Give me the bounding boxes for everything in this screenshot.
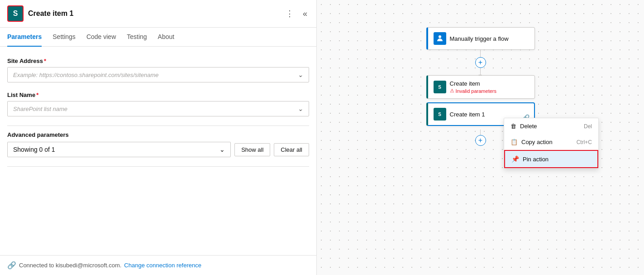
create-item-content: Create item ⚠ Invalid parameters <box>450 80 529 94</box>
add-step-button-1[interactable]: + <box>475 57 486 68</box>
tab-settings[interactable]: Settings <box>52 28 76 47</box>
add-step-button-2[interactable]: + <box>475 135 486 146</box>
site-address-label: Site Address * <box>7 58 309 64</box>
connection-text: Connected to kisubedi@microsoft.com. <box>19 262 121 269</box>
list-name-placeholder: SharePoint list name <box>13 106 67 112</box>
advanced-count-dropdown[interactable]: Showing 0 of 1 ⌄ <box>7 142 231 157</box>
line-3 <box>480 130 481 135</box>
advanced-row: Showing 0 of 1 ⌄ Show all Clear all <box>7 142 309 157</box>
trigger-content: Manually trigger a flow <box>450 35 529 42</box>
divider-2 <box>7 166 309 167</box>
advanced-parameters: Advanced parameters Showing 0 of 1 ⌄ Sho… <box>7 131 309 157</box>
tab-codeview[interactable]: Code view <box>86 28 116 47</box>
flow-canvas: Manually trigger a flow + S Create item … <box>317 0 644 275</box>
left-panel: S Create item 1 ⋮ « Parameters Settings … <box>0 0 317 275</box>
delete-shortcut: Del <box>584 123 592 130</box>
panel-header-actions: ⋮ « <box>284 7 309 20</box>
warning-icon: ⚠ <box>450 88 454 94</box>
connection-icon: 🔗 <box>7 261 16 270</box>
connection-bar: 🔗 Connected to kisubedi@microsoft.com. C… <box>0 255 316 275</box>
connector-1: + <box>475 50 486 75</box>
panel-header: S Create item 1 ⋮ « <box>0 0 316 28</box>
tab-testing[interactable]: Testing <box>127 28 147 47</box>
context-menu: 🗑 Delete Del 📋 Copy action Ctrl+C 📌 Pin … <box>504 118 599 169</box>
divider-1 <box>7 125 309 126</box>
context-menu-pin[interactable]: 📌 Pin action <box>504 150 598 168</box>
context-menu-delete[interactable]: 🗑 Delete Del <box>504 118 598 134</box>
list-name-field: List Name * SharePoint list name ⌄ <box>7 92 309 116</box>
chevron-down-icon-3: ⌄ <box>219 146 225 153</box>
site-address-dropdown[interactable]: Example: https://contoso.sharepoint.com/… <box>7 67 309 82</box>
change-connection-link[interactable]: Change connection reference <box>124 262 201 269</box>
list-name-dropdown[interactable]: SharePoint list name ⌄ <box>7 101 309 116</box>
form-content: Site Address * Example: https://contoso.… <box>0 47 316 255</box>
chevron-down-icon: ⌄ <box>298 71 303 78</box>
site-address-placeholder: Example: https://contoso.sharepoint.com/… <box>13 72 159 78</box>
create-item-icon: S <box>434 81 446 93</box>
tab-bar: Parameters Settings Code view Testing Ab… <box>0 28 316 47</box>
create-item-title: Create item <box>450 80 529 87</box>
create-item-node[interactable]: S Create item ⚠ Invalid parameters <box>426 75 535 99</box>
trigger-node[interactable]: Manually trigger a flow <box>426 27 535 50</box>
advanced-label: Advanced parameters <box>7 131 309 138</box>
clear-all-button[interactable]: Clear all <box>274 143 309 156</box>
create-item-1-content: Create item 1 <box>450 111 529 118</box>
line-2 <box>480 68 481 75</box>
create-item-1-title: Create item 1 <box>450 111 529 118</box>
flow-canvas-panel: Manually trigger a flow + S Create item … <box>317 0 644 275</box>
line-1 <box>480 50 481 57</box>
advanced-count-text: Showing 0 of 1 <box>13 146 55 153</box>
site-address-field: Site Address * Example: https://contoso.… <box>7 58 309 82</box>
list-name-label: List Name * <box>7 92 309 98</box>
sharepoint-icon: S <box>7 5 24 22</box>
more-options-button[interactable]: ⋮ <box>284 7 296 20</box>
tab-about[interactable]: About <box>158 28 175 47</box>
delete-icon: 🗑 <box>510 123 516 130</box>
required-marker-2: * <box>36 92 38 98</box>
panel-title: Create item 1 <box>28 10 74 18</box>
connector-2: + <box>475 130 486 146</box>
pin-icon: 📌 <box>511 155 519 163</box>
tab-parameters[interactable]: Parameters <box>7 28 42 47</box>
collapse-button[interactable]: « <box>301 7 309 20</box>
svg-point-0 <box>439 35 441 38</box>
trigger-icon <box>434 32 446 45</box>
context-menu-copy[interactable]: 📋 Copy action Ctrl+C <box>504 134 598 150</box>
copy-shortcut: Ctrl+C <box>577 139 592 145</box>
invalid-params-error: ⚠ Invalid parameters <box>450 88 529 94</box>
trigger-title: Manually trigger a flow <box>450 35 529 42</box>
copy-icon: 📋 <box>510 139 518 145</box>
chevron-down-icon-2: ⌄ <box>298 105 303 112</box>
required-marker: * <box>44 58 46 64</box>
show-all-button[interactable]: Show all <box>234 143 270 156</box>
create-item-1-icon: S <box>434 108 446 121</box>
panel-header-left: S Create item 1 <box>7 5 74 22</box>
